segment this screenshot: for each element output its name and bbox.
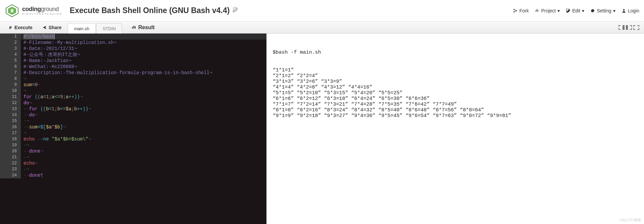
- chart-icon: [131, 24, 136, 31]
- code-line[interactable]: ··do¬: [23, 112, 266, 118]
- editor-tabs: main.sh STDIN: [68, 21, 123, 33]
- code-line[interactable]: ··sum=$[$a*$b]¬: [23, 124, 266, 130]
- logo-icon: [5, 3, 19, 18]
- result-row: “7*1=7” “7*2=14” “7*3=21” “7*4=28” “7*5=…: [273, 102, 638, 107]
- result-row: “3*1=3” “3*2=6” “3*3=9”: [273, 79, 638, 85]
- login-button[interactable]: Login: [622, 8, 639, 13]
- code-line[interactable]: echo¬: [23, 160, 266, 166]
- code-line[interactable]: ·¬: [23, 142, 266, 148]
- share-button[interactable]: Share: [39, 25, 65, 30]
- code-line[interactable]: #·公众号：杰哥的IT之旅¬: [23, 52, 266, 58]
- logo[interactable]: codingground SIMPLYEASYCODING: [5, 3, 62, 18]
- svg-rect-16: [133, 25, 134, 29]
- code-line[interactable]: ·¬: [23, 154, 266, 160]
- code-line[interactable]: #·Date:·2021/12/31¬: [23, 46, 266, 52]
- result-output: $bash -f main.sh “1*1=1”“2*1=2” “2*2=4”“…: [267, 34, 644, 224]
- code-editor[interactable]: 123456789101112131415161718192021222324 …: [0, 34, 267, 224]
- code-line[interactable]: ·¬: [23, 118, 266, 124]
- header: codingground SIMPLYEASYCODING Execute Ba…: [0, 0, 644, 21]
- result-command: $bash -f main.sh: [273, 50, 638, 55]
- result-row: “9*1=9” “9*2=18” “9*3=27” “9*4=36” “9*5=…: [273, 113, 638, 119]
- svg-rect-17: [135, 26, 136, 29]
- layout-right-icon[interactable]: [626, 25, 632, 30]
- code-line[interactable]: #!/bin/bash: [23, 34, 266, 40]
- layout-left-icon[interactable]: [619, 25, 625, 30]
- execute-button[interactable]: Execute: [5, 25, 36, 30]
- svg-rect-2: [11, 9, 13, 12]
- fullscreen-icon[interactable]: [633, 25, 639, 30]
- result-row: “8*1=8” “8*2=16” “8*3=24” “8*4=32” “8*5=…: [273, 107, 638, 113]
- code-line[interactable]: ·¬: [23, 166, 266, 172]
- code-line[interactable]: do¬: [23, 100, 266, 106]
- code-line[interactable]: #·Filename:·My·multiplication.sh¬: [23, 40, 266, 46]
- code-area[interactable]: #!/bin/bash#·Filename:·My·multiplication…: [21, 34, 266, 178]
- result-row: “2*1=2” “2*2=4”: [273, 73, 638, 79]
- code-line[interactable]: #·WeChat:·Hc220088¬: [23, 64, 266, 70]
- edit-dropdown[interactable]: Edit ▾: [566, 8, 584, 13]
- svg-rect-15: [132, 27, 133, 29]
- code-line[interactable]: ¬: [23, 130, 266, 136]
- code-line[interactable]: for ((a=1;a<=9;a++))¬: [23, 94, 266, 100]
- code-line[interactable]: ··for ((b=1;b<=$a;b++))¬: [23, 106, 266, 112]
- code-line[interactable]: sum=0¬: [23, 82, 266, 88]
- code-line[interactable]: #·Name:·JackTian¬: [23, 58, 266, 64]
- result-row: “1*1=1”: [273, 67, 638, 73]
- logo-text: codingground SIMPLYEASYCODING: [22, 6, 62, 15]
- code-line[interactable]: ··done¬: [23, 148, 266, 154]
- gutter: 123456789101112131415161718192021222324: [0, 34, 21, 178]
- layout-icons: [619, 25, 639, 30]
- watermark: ©51CTO博客: [620, 218, 641, 223]
- main: 123456789101112131415161718192021222324 …: [0, 34, 644, 224]
- code-line[interactable]: #·Description:·The·multiplication·formul…: [23, 70, 266, 76]
- svg-point-10: [538, 11, 539, 11]
- svg-point-7: [537, 9, 537, 9]
- toolbar: Execute Share main.sh STDIN Result: [0, 21, 644, 34]
- result-row: “5*1=5” “5*2=10” “5*3=15” “5*4=20” “5*5=…: [273, 90, 638, 96]
- chevron-down-icon: ▾: [613, 8, 615, 13]
- chevron-down-icon: ▾: [582, 8, 584, 13]
- svg-point-13: [623, 9, 625, 11]
- svg-point-8: [536, 11, 536, 11]
- code-line[interactable]: ··done¶: [23, 172, 266, 178]
- fork-button[interactable]: Fork: [513, 8, 529, 13]
- tab-main[interactable]: main.sh: [68, 23, 96, 34]
- setting-dropdown[interactable]: Setting ▾: [590, 8, 615, 13]
- svg-point-9: [537, 11, 537, 11]
- page-title: Execute Bash Shell Online (GNU Bash v4.4…: [70, 6, 238, 15]
- result-row: “6*1=6” “6*2=12” “6*3=18” “6*4=24” “6*5=…: [273, 96, 638, 102]
- top-actions: Fork Project ▾ Edit ▾ Setting ▾ Login: [513, 8, 639, 13]
- code-line[interactable]: ¬: [23, 88, 266, 94]
- chevron-down-icon: ▾: [557, 8, 560, 13]
- result-row: “4*1=4” “4*2=8” “4*3=12” “4*4=16”: [273, 85, 638, 90]
- result-header: Result: [131, 24, 155, 31]
- tab-stdin[interactable]: STDIN: [96, 23, 122, 34]
- project-dropdown[interactable]: Project ▾: [535, 8, 560, 13]
- edit-title-icon[interactable]: [232, 7, 238, 14]
- code-line[interactable]: echo ·-ne "$a*$b=$sum\"¬: [23, 136, 266, 142]
- code-line[interactable]: ¬: [23, 76, 266, 82]
